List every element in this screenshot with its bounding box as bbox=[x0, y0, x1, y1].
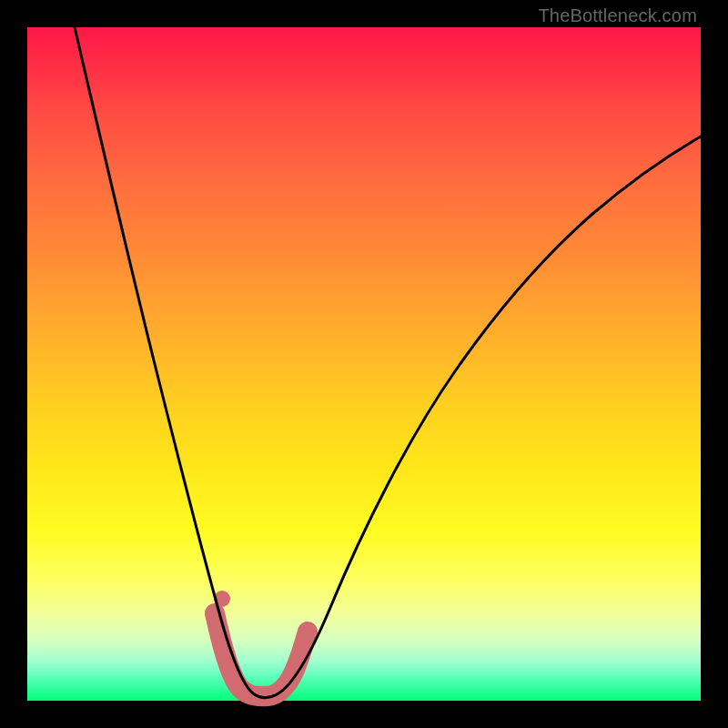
highlight-band-path bbox=[215, 613, 308, 696]
plot-svg bbox=[27, 27, 701, 701]
bottleneck-curve-path bbox=[75, 27, 701, 698]
plot-frame bbox=[27, 27, 701, 701]
watermark-text: TheBottleneck.com bbox=[538, 5, 697, 26]
